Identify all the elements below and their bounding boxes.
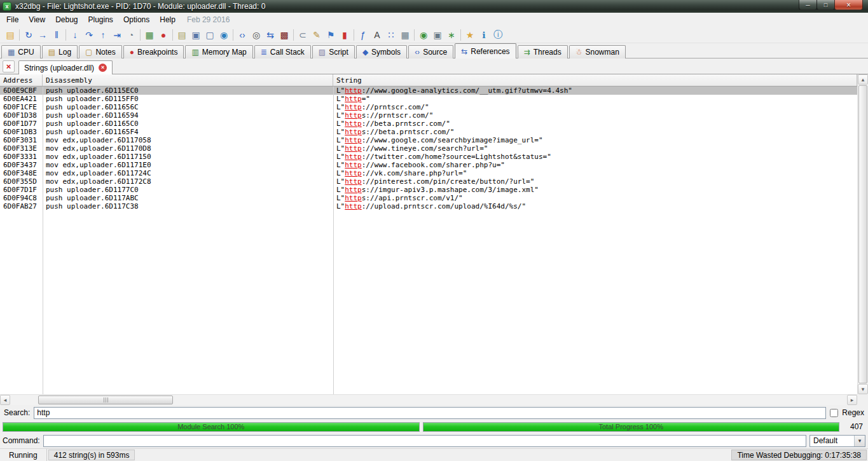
scroll-down-icon[interactable]: ▾ bbox=[858, 384, 868, 394]
table-row[interactable]: 6D0F1CFEpush uploader.6D11656CL"http://p… bbox=[0, 103, 857, 111]
toolbar-separator bbox=[293, 29, 294, 41]
string-cell: L"https://beta.prntscr.com/" bbox=[333, 128, 857, 136]
snowman-tab-icon: ☃ bbox=[575, 48, 582, 56]
text-case-icon[interactable]: A bbox=[370, 28, 384, 42]
favourites-icon[interactable]: ★ bbox=[463, 28, 477, 42]
command-profile-select[interactable]: Default ▾ bbox=[809, 435, 865, 447]
close-button[interactable]: × bbox=[834, 0, 863, 10]
highlight-icon[interactable]: ▮ bbox=[338, 28, 352, 42]
windows-icon[interactable]: ▢ bbox=[203, 28, 217, 42]
module-progress-label: Module Search 100% bbox=[3, 423, 419, 431]
tab-breakpoints[interactable]: ●Breakpoints bbox=[123, 45, 184, 58]
cpu-window-icon[interactable]: ▣ bbox=[189, 28, 203, 42]
tab-cpu[interactable]: ▦CPU bbox=[1, 45, 41, 58]
attach-icon[interactable]: ⊂ bbox=[296, 28, 310, 42]
column-header-string[interactable]: String bbox=[333, 74, 857, 86]
table-row[interactable]: 6D0F3031mov edx,uploader.6D117058L"http:… bbox=[0, 136, 857, 144]
run-to-cursor-icon[interactable]: ⇥ bbox=[110, 28, 124, 42]
table-row[interactable]: 6D0E9CBFpush uploader.6D115EC0L"http://w… bbox=[0, 86, 857, 95]
table-row[interactable]: 6D0FAB27push uploader.6D117C38L"http://u… bbox=[0, 202, 857, 210]
tab-references[interactable]: ⇆References bbox=[455, 43, 516, 58]
pause-icon[interactable]: ‖ bbox=[50, 28, 64, 42]
subtab-close-icon[interactable]: × bbox=[99, 64, 107, 72]
tab-strings-uploader-dll[interactable]: Strings (uploader.dll) × bbox=[18, 60, 113, 74]
menu-view[interactable]: View bbox=[24, 13, 50, 26]
tab-source[interactable]: ‹›Source bbox=[408, 45, 453, 58]
horizontal-scroll-thumb[interactable] bbox=[38, 396, 173, 404]
menu-debug[interactable]: Debug bbox=[50, 13, 83, 26]
source-icon[interactable]: ‹› bbox=[235, 28, 249, 42]
regex-checkbox[interactable] bbox=[830, 409, 838, 417]
functions-icon[interactable]: ƒ bbox=[356, 28, 370, 42]
tab-notes[interactable]: ▢Notes bbox=[79, 45, 122, 58]
command-input[interactable] bbox=[43, 435, 806, 447]
close-tab-button[interactable]: × bbox=[3, 60, 15, 72]
menu-options[interactable]: Options bbox=[118, 13, 155, 26]
column-header-disassembly[interactable]: Disassembly bbox=[43, 74, 333, 86]
memory-map-icon[interactable]: ▦ bbox=[142, 28, 156, 42]
search-icon[interactable]: ◎ bbox=[249, 28, 263, 42]
table-body: 6D0E9CBFpush uploader.6D115EC0L"http://w… bbox=[0, 86, 857, 394]
breakpoints-icon[interactable]: ● bbox=[156, 28, 170, 42]
open-file-icon[interactable]: ▤ bbox=[3, 28, 17, 42]
assembler-icon[interactable]: ∷ bbox=[384, 28, 398, 42]
vertical-scrollbar[interactable]: ▴ ▾ bbox=[857, 74, 868, 394]
tab-label: References bbox=[471, 47, 509, 56]
tab-call-stack[interactable]: ≣Call Stack bbox=[254, 45, 311, 58]
tab-script[interactable]: ▨Script bbox=[312, 45, 355, 58]
table-row[interactable]: 6D0F1DB3push uploader.6D1165F4L"https://… bbox=[0, 128, 857, 136]
table-row[interactable]: 6D0F348Emov edx,uploader.6D11724CL"http:… bbox=[0, 169, 857, 177]
maximize-button[interactable]: □ bbox=[816, 0, 835, 10]
about-icon[interactable]: ⓘ bbox=[491, 28, 505, 42]
internet-icon[interactable]: ◉ bbox=[217, 28, 231, 42]
step-into-icon[interactable]: ↓ bbox=[68, 28, 82, 42]
vertical-scroll-thumb[interactable] bbox=[858, 85, 867, 383]
disassembly-cell: push uploader.6D116594 bbox=[43, 111, 333, 120]
table-row[interactable]: 6D0F3437mov edx,uploader.6D1171E0L"http:… bbox=[0, 161, 857, 169]
tab-symbols[interactable]: ◆Symbols bbox=[356, 45, 407, 58]
search-input[interactable] bbox=[34, 407, 826, 419]
address-cell: 6D0F3437 bbox=[0, 161, 43, 169]
bug-report-icon[interactable]: ∗ bbox=[444, 28, 458, 42]
label-icon[interactable]: ⚑ bbox=[324, 28, 338, 42]
log-window-icon[interactable]: ▤ bbox=[175, 28, 189, 42]
menu-plugins[interactable]: Plugins bbox=[83, 13, 118, 26]
tab-memory-map[interactable]: ▥Memory Map bbox=[185, 45, 252, 58]
horizontal-scrollbar[interactable]: ◂ ▸ bbox=[0, 394, 857, 405]
detach-windows-icon[interactable]: ▣ bbox=[431, 28, 444, 42]
tab-threads[interactable]: ⇉Threads bbox=[518, 45, 568, 58]
references-icon[interactable]: ⇆ bbox=[263, 28, 277, 42]
string-cell: L"http://vk.com/share.php?url=" bbox=[333, 169, 857, 177]
minimize-button[interactable]: ─ bbox=[799, 0, 817, 10]
tab-log[interactable]: ▤Log bbox=[42, 45, 78, 58]
scroll-left-icon[interactable]: ◂ bbox=[0, 395, 10, 405]
table-row[interactable]: 6D0F3331mov edx,uploader.6D117150L"http:… bbox=[0, 153, 857, 161]
trace-icon[interactable]: ◔ bbox=[124, 28, 138, 42]
step-over-icon[interactable]: ↷ bbox=[82, 28, 96, 42]
step-out-icon[interactable]: ↑ bbox=[96, 28, 110, 42]
table-row[interactable]: 6D0F313Emov edx,uploader.6D1170D8L"http:… bbox=[0, 144, 857, 153]
disassembly-cell: push uploader.6D11656C bbox=[43, 103, 333, 111]
restart-icon[interactable]: ↻ bbox=[22, 28, 36, 42]
table-row[interactable]: 6D0F7D1Fpush uploader.6D1177C0L"https://… bbox=[0, 186, 857, 194]
table-row[interactable]: 6D0F1D77push uploader.6D1165C0L"http://b… bbox=[0, 120, 857, 128]
build-date[interactable]: Feb 29 2016 bbox=[181, 13, 236, 26]
run-icon[interactable]: → bbox=[36, 28, 50, 42]
table-icon[interactable]: ▦ bbox=[398, 28, 412, 42]
comment-icon[interactable]: ✎ bbox=[310, 28, 324, 42]
menu-help[interactable]: Help bbox=[155, 13, 181, 26]
symbols-tab-icon: ◆ bbox=[362, 48, 368, 56]
patches-icon[interactable]: ▩ bbox=[277, 28, 291, 42]
table-row[interactable]: 6D0F355Dmov edx,uploader.6D1172C8L"http:… bbox=[0, 177, 857, 186]
table-row[interactable]: 6D0F1D38push uploader.6D116594L"https://… bbox=[0, 111, 857, 120]
table-row[interactable]: 6D0EA421push uploader.6D115FF0L"http=" bbox=[0, 95, 857, 103]
menu-file[interactable]: File bbox=[1, 13, 24, 26]
update-check-icon[interactable]: ◉ bbox=[417, 28, 431, 42]
scroll-right-icon[interactable]: ▸ bbox=[847, 395, 857, 405]
window-controls: ─ □ × bbox=[799, 0, 863, 10]
scroll-up-icon[interactable]: ▴ bbox=[858, 74, 868, 85]
table-row[interactable]: 6D0F94C8push uploader.6D117ABCL"https://… bbox=[0, 194, 857, 202]
tab-snowman[interactable]: ☃Snowman bbox=[569, 45, 626, 58]
help-icon[interactable]: ℹ bbox=[477, 28, 491, 42]
column-header-address[interactable]: Address bbox=[0, 74, 43, 86]
